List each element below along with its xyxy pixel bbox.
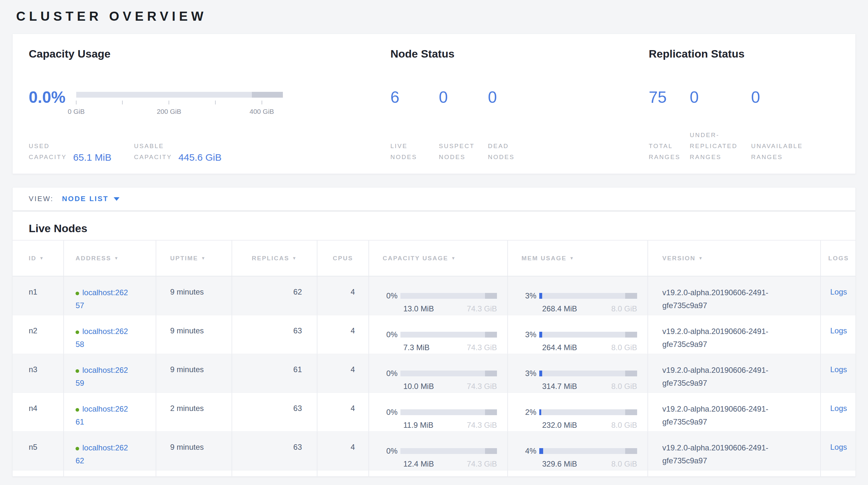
capacity-usage-bar (400, 448, 497, 454)
mem-bar-endcap (625, 371, 637, 376)
usable-capacity-stat: USABLE CAPACITY 445.6 GiB (134, 141, 221, 163)
sort-arrow-icon: ▼ (292, 256, 297, 261)
cell-node-id: n2 (12, 315, 64, 354)
cell-version: v19.2.0-alpha.20190606-2491-gfe735c9a97 (648, 393, 821, 431)
live-node-status-icon (75, 331, 79, 334)
cell-logs: Logs (821, 393, 856, 431)
cell-cpus: 4 (317, 315, 369, 354)
mem-usage-fill (539, 371, 542, 376)
column-header-label: VERSION (662, 255, 695, 262)
column-header-label: MEM USAGE (522, 255, 567, 262)
cell-uptime: 9 minutes (156, 315, 232, 354)
dead-nodes-stat: 0 DEAD NODES (488, 89, 515, 163)
capacity-gauge-bar (76, 92, 283, 98)
address-link[interactable]: localhost:26262 (75, 443, 128, 465)
table-row: n4 localhost:26261 2 minutes 63 4 0% 11.… (12, 393, 856, 432)
cell-cpus: 4 (317, 432, 369, 470)
capacity-usage-bar (400, 409, 497, 415)
view-selected-value: NODE LIST (62, 195, 108, 203)
cell-logs: Logs (821, 432, 856, 470)
live-node-status-icon (75, 292, 79, 295)
logs-link[interactable]: Logs (830, 404, 847, 412)
mem-bar-endcap (625, 332, 637, 338)
total-ranges-stat: 75 TOTAL RANGES (649, 89, 690, 163)
table-header-row: ID▼ADDRESS▼UPTIME▼REPLICAS▼CPUSCAPACITY … (12, 240, 856, 277)
unavailable-ranges-count: 0 (751, 89, 803, 106)
cell-mem-usage: 3% 268.4 MiB8.0 GiB (508, 277, 648, 315)
overview-card: Capacity Usage 0.0% 0 GiB200 GiB400 GiB … (12, 34, 856, 174)
under-replicated-label: UNDER- REPLICATED RANGES (690, 130, 751, 163)
live-nodes-title: Live Nodes (29, 222, 856, 235)
cell-capacity-usage: 0% 7.3 MiB74.3 GiB (369, 315, 508, 354)
capacity-bar-endcap (485, 332, 497, 338)
total-ranges-count: 75 (649, 89, 690, 106)
live-node-status-icon (75, 408, 79, 411)
logs-link[interactable]: Logs (830, 443, 847, 451)
column-header-id[interactable]: ID▼ (12, 240, 64, 276)
logs-link[interactable]: Logs (830, 287, 847, 296)
mem-usage-fill (539, 448, 543, 454)
live-node-status-icon (75, 447, 79, 450)
node-status-section: Node Status 6 LIVE NODES 0 SUSPECT NODES… (391, 47, 639, 163)
gauge-tick (215, 101, 216, 105)
table-row-partial (12, 470, 856, 477)
column-header-mem-usage[interactable]: MEM USAGE▼ (508, 240, 648, 276)
cell-capacity-usage: 0% 12.4 MiB74.3 GiB (369, 432, 508, 470)
used-capacity-label: USED CAPACITY (29, 141, 67, 163)
address-link[interactable]: localhost:26257 (75, 288, 128, 310)
capacity-bar-endcap (485, 371, 497, 376)
column-header-label: ID (29, 255, 36, 262)
total-ranges-label: TOTAL RANGES (649, 141, 690, 163)
gauge-tick-label: 400 GiB (250, 108, 274, 115)
mem-usage-fill (539, 332, 542, 338)
logs-link[interactable]: Logs (830, 326, 847, 335)
mem-bar-endcap (625, 293, 637, 299)
cell-replicas: 63 (232, 432, 317, 470)
used-capacity-value: 65.1 MiB (73, 152, 112, 163)
live-nodes-count: 6 (391, 89, 439, 106)
capacity-percent: 0.0% (29, 89, 66, 106)
cell-uptime: 9 minutes (156, 354, 232, 393)
unavailable-ranges-label: UNAVAILABLE RANGES (751, 141, 803, 163)
column-header-capacity-usage[interactable]: CAPACITY USAGE▼ (369, 240, 508, 276)
dead-nodes-label: DEAD NODES (488, 141, 515, 163)
capacity-usage-bar (400, 332, 497, 338)
address-link[interactable]: localhost:26261 (75, 404, 128, 426)
column-header-label: LOGS (828, 255, 849, 262)
cell-capacity-usage: 0% 13.0 MiB74.3 GiB (369, 277, 508, 315)
sort-arrow-icon: ▼ (569, 256, 575, 261)
view-dropdown[interactable]: NODE LIST (62, 195, 120, 203)
cell-node-id: n3 (12, 354, 64, 393)
mem-usage-bar (539, 371, 637, 376)
suspect-nodes-count: 0 (439, 89, 488, 106)
sort-arrow-icon: ▼ (39, 256, 44, 261)
gauge-tick (261, 101, 262, 105)
cell-logs: Logs (821, 315, 856, 354)
logs-link[interactable]: Logs (830, 365, 847, 374)
column-header-version[interactable]: VERSION▼ (648, 240, 821, 276)
column-header-logs: LOGS (821, 240, 856, 276)
address-link[interactable]: localhost:26259 (75, 366, 128, 387)
capacity-usage-bar (400, 293, 497, 299)
column-header-address[interactable]: ADDRESS▼ (64, 240, 156, 276)
gauge-tick (76, 101, 76, 105)
suspect-nodes-label: SUSPECT NODES (439, 141, 488, 163)
cell-capacity-usage: 0% 10.0 MiB74.3 GiB (369, 354, 508, 393)
cell-mem-usage: 4% 329.6 MiB8.0 GiB (508, 432, 648, 470)
cell-replicas: 63 (232, 393, 317, 431)
column-header-replicas[interactable]: REPLICAS▼ (232, 240, 317, 276)
cell-cpus: 4 (317, 354, 369, 393)
cell-address: localhost:26257 (64, 277, 156, 315)
table-body: n1 localhost:26257 9 minutes 62 4 0% 13.… (12, 277, 856, 477)
sort-arrow-icon: ▼ (201, 256, 206, 261)
cell-address: localhost:26259 (64, 354, 156, 393)
column-header-uptime[interactable]: UPTIME▼ (156, 240, 232, 276)
cell-node-id: n5 (12, 432, 64, 470)
cell-replicas: 61 (232, 354, 317, 393)
mem-usage-bar (539, 293, 637, 299)
address-link[interactable]: localhost:26258 (75, 327, 128, 348)
page-title: CLUSTER OVERVIEW (16, 8, 868, 24)
cell-version: v19.2.0-alpha.20190606-2491-gfe735c9a97 (648, 315, 821, 354)
cell-address: localhost:26261 (64, 393, 156, 431)
live-nodes-stat: 6 LIVE NODES (391, 89, 439, 163)
